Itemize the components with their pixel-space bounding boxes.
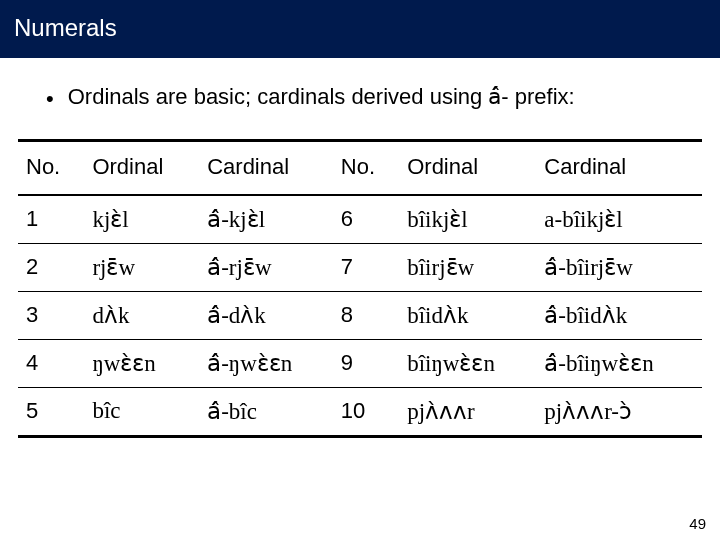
cell-no: 9 bbox=[333, 339, 399, 387]
table-row: 2 rjɛ̄w á̂-rjɛ̄w 7 bîirjɛ̄w á̂-bîirjɛ̄w bbox=[18, 243, 702, 291]
cell-cardinal: a-bîikjɛ̀l bbox=[536, 195, 702, 244]
cell-cardinal: á̂-bîiŋwɛ̀ɛn bbox=[536, 339, 702, 387]
cell-ordinal: pjʌ̀ʌʌr bbox=[399, 387, 536, 436]
page-number: 49 bbox=[689, 515, 706, 532]
cell-cardinal: á̂-bîc bbox=[199, 387, 333, 436]
cell-ordinal: rjɛ̄w bbox=[84, 243, 199, 291]
bullet-text: Ordinals are basic; cardinals derived us… bbox=[68, 84, 575, 110]
cell-no: 5 bbox=[18, 387, 84, 436]
cell-cardinal: á̂-bîirjɛ̄w bbox=[536, 243, 702, 291]
table-row: 4 ŋwɛ̀ɛn á̂-ŋwɛ̀ɛn 9 bîiŋwɛ̀ɛn á̂-bîiŋwɛ… bbox=[18, 339, 702, 387]
col-ordinal-right: Ordinal bbox=[399, 140, 536, 195]
cell-ordinal: dʌ̀k bbox=[84, 291, 199, 339]
cell-no: 1 bbox=[18, 195, 84, 244]
table-row: 3 dʌ̀k á̂-dʌ̀k 8 bîidʌ̀k á̂-bîidʌ̀k bbox=[18, 291, 702, 339]
cell-ordinal: bîikjɛ̀l bbox=[399, 195, 536, 244]
cell-ordinal: bîc bbox=[84, 387, 199, 436]
table-row: 5 bîc á̂-bîc 10 pjʌ̀ʌʌr pjʌ̀ʌʌr-ɔ̀ bbox=[18, 387, 702, 436]
cell-ordinal: bîiŋwɛ̀ɛn bbox=[399, 339, 536, 387]
bullet-item: • Ordinals are basic; cardinals derived … bbox=[46, 84, 702, 115]
bullet-marker: • bbox=[46, 84, 54, 115]
col-cardinal-right: Cardinal bbox=[536, 140, 702, 195]
cell-ordinal: kjɛ̀l bbox=[84, 195, 199, 244]
col-cardinal-left: Cardinal bbox=[199, 140, 333, 195]
cell-no: 7 bbox=[333, 243, 399, 291]
cell-ordinal: bîirjɛ̄w bbox=[399, 243, 536, 291]
cell-cardinal: á̂-dʌ̀k bbox=[199, 291, 333, 339]
cell-no: 6 bbox=[333, 195, 399, 244]
col-ordinal-left: Ordinal bbox=[84, 140, 199, 195]
cell-no: 10 bbox=[333, 387, 399, 436]
cell-ordinal: ŋwɛ̀ɛn bbox=[84, 339, 199, 387]
col-no-right: No. bbox=[333, 140, 399, 195]
cell-no: 4 bbox=[18, 339, 84, 387]
col-no-left: No. bbox=[18, 140, 84, 195]
cell-cardinal: á̂-kjɛ̀l bbox=[199, 195, 333, 244]
cell-cardinal: pjʌ̀ʌʌr-ɔ̀ bbox=[536, 387, 702, 436]
table-header-row: No. Ordinal Cardinal No. Ordinal Cardina… bbox=[18, 140, 702, 195]
cell-no: 3 bbox=[18, 291, 84, 339]
numerals-table: No. Ordinal Cardinal No. Ordinal Cardina… bbox=[18, 139, 702, 438]
table-row: 1 kjɛ̀l á̂-kjɛ̀l 6 bîikjɛ̀l a-bîikjɛ̀l bbox=[18, 195, 702, 244]
slide-title-bar: Numerals bbox=[0, 0, 720, 58]
cell-cardinal: á̂-bîidʌ̀k bbox=[536, 291, 702, 339]
cell-ordinal: bîidʌ̀k bbox=[399, 291, 536, 339]
cell-no: 8 bbox=[333, 291, 399, 339]
cell-cardinal: á̂-ŋwɛ̀ɛn bbox=[199, 339, 333, 387]
slide-title: Numerals bbox=[14, 14, 117, 41]
slide-content: • Ordinals are basic; cardinals derived … bbox=[0, 58, 720, 438]
cell-no: 2 bbox=[18, 243, 84, 291]
cell-cardinal: á̂-rjɛ̄w bbox=[199, 243, 333, 291]
slide: Numerals • Ordinals are basic; cardinals… bbox=[0, 0, 720, 540]
